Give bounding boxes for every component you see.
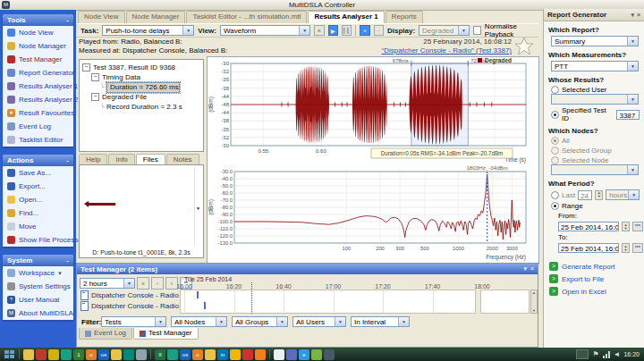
timeline-range-select[interactable]: 2 hours ▼ xyxy=(80,278,135,289)
timeline-row-label[interactable]: Dispatcher Console - Radio xyxy=(80,290,179,300)
zoom-in-button[interactable]: + xyxy=(360,25,369,36)
tray-network-icon[interactable] xyxy=(603,351,610,358)
collapse-box-icon[interactable]: − xyxy=(91,93,99,101)
from-date-input[interactable]: 25 Feb 2014, 16:02:41 xyxy=(558,222,619,231)
collapse-icon[interactable]: - xyxy=(66,255,69,266)
sidebar-item-user-manual[interactable]: ?User Manual xyxy=(3,293,73,306)
task-select[interactable]: Push-to-tone delays ▼ xyxy=(102,25,194,36)
tab-reports[interactable]: Reports xyxy=(386,11,423,23)
taskbar-app-icon[interactable] xyxy=(111,349,122,360)
timeline-area[interactable] xyxy=(180,290,476,314)
calendar-icon[interactable] xyxy=(632,243,643,253)
timeline-scrollbar[interactable]: ▲▼ xyxy=(530,290,538,314)
taskbar-app-icon[interactable] xyxy=(205,349,216,360)
measurements-select[interactable]: PTT ▼ xyxy=(551,61,639,71)
sidebar-section-header[interactable]: Tools- xyxy=(3,14,73,26)
report-type-select[interactable]: Summary ▼ xyxy=(551,36,639,46)
filter-select-all-users[interactable]: All Users▼ xyxy=(292,316,346,327)
taskbar-app-icon[interactable] xyxy=(48,349,59,360)
tree-row[interactable]: └Duration = 726.60 ms xyxy=(80,82,203,92)
pause-button[interactable]: ▌▌ xyxy=(342,25,352,36)
timeline-first-button[interactable]: « xyxy=(137,277,149,290)
tab-tasklist-editor-th-simulation-mtl[interactable]: Tasklist Editor - ...th simulation.mtl xyxy=(186,11,307,23)
taskbar-app-icon[interactable] xyxy=(286,349,297,360)
scroll-down-icon[interactable]: ▼ xyxy=(532,308,536,313)
selected-node-select[interactable]: ▼ xyxy=(551,164,639,175)
tab-results-analyser-1[interactable]: Results Analyser 1 xyxy=(308,11,384,23)
tree-row[interactable]: −Degraded File xyxy=(80,92,203,102)
stop-button[interactable]: ■ xyxy=(314,25,324,36)
calendar-icon[interactable] xyxy=(632,222,643,231)
tree-row[interactable]: └Record Duration = 2.3 s xyxy=(80,102,203,112)
test-run-mark[interactable] xyxy=(197,291,199,298)
timeline-prev-button[interactable]: ‹ xyxy=(151,277,164,290)
sidebar-item-save-as[interactable]: Save As... xyxy=(3,166,73,180)
sidebar-item-show-file-processor[interactable]: Show File Processor xyxy=(3,233,73,247)
action-generate-report[interactable]: >Generate Report xyxy=(549,262,644,271)
spinner-icon[interactable]: ▲▼ xyxy=(595,190,603,200)
file-tab-info[interactable]: Info xyxy=(108,154,134,164)
favourite-star-icon[interactable] xyxy=(513,36,535,57)
file-waveform-thumbnail[interactable] xyxy=(89,203,115,206)
taskbar-app-icon[interactable]: in xyxy=(217,349,228,360)
timeline-row-label[interactable]: Dispatcher Console - Radio xyxy=(80,301,179,311)
taskbar-app-icon[interactable]: 1 xyxy=(73,349,84,360)
tree-row[interactable]: −Timing Data xyxy=(80,72,203,82)
period-last-radio[interactable] xyxy=(551,191,559,199)
pin-icon[interactable]: ▾ xyxy=(523,265,527,273)
test-manager-header[interactable]: Test Manager (2 items) ▾ × xyxy=(77,264,538,274)
period-last-value-input[interactable]: 24 xyxy=(578,190,592,200)
filter-select-tests[interactable]: Tests▼ xyxy=(101,316,166,327)
period-unit-select[interactable]: hours ▼ xyxy=(606,189,640,200)
selected-user-radio[interactable] xyxy=(551,86,559,94)
taskbar-clock[interactable]: 16:20 xyxy=(623,351,640,357)
nodes-group-radio[interactable] xyxy=(551,147,559,155)
taskbar-app-icon[interactable]: o xyxy=(86,349,97,360)
sidebar-item-test-manager[interactable]: Test Manager xyxy=(3,53,73,66)
taskbar-app-icon[interactable] xyxy=(23,349,34,360)
taskbar-app-icon[interactable] xyxy=(61,349,72,360)
taskbar-app-icon[interactable]: X xyxy=(155,349,165,360)
sidebar-item-move[interactable]: Move xyxy=(3,220,73,233)
show-desktop-button[interactable] xyxy=(576,349,589,359)
pin-icon[interactable]: ▾ xyxy=(631,12,634,19)
taskbar-app-icon[interactable] xyxy=(36,349,47,360)
spectrum-chart[interactable]: -30.0-40.0-50.0-60.0-70.0-80.0-90.0-100.… xyxy=(208,164,537,263)
filter-select-in-interval[interactable]: In Interval▼ xyxy=(351,316,410,327)
filter-select-all-groups[interactable]: All Groups▼ xyxy=(232,316,288,327)
timeline-area[interactable] xyxy=(480,290,530,314)
collapse-box-icon[interactable]: − xyxy=(91,73,99,81)
sidebar-section-header[interactable]: System- xyxy=(3,255,73,266)
taskbar-app-icon[interactable] xyxy=(136,349,147,360)
tab-node-view[interactable]: Node View xyxy=(78,11,125,23)
taskbar-app-icon[interactable]: o xyxy=(192,349,203,360)
taskbar-app-icon[interactable] xyxy=(167,349,178,360)
spinner-icon[interactable]: ▲▼ xyxy=(622,222,630,231)
scroll-up-icon[interactable]: ▲ xyxy=(532,290,536,295)
period-range-radio[interactable] xyxy=(551,202,559,210)
sidebar-item-export[interactable]: Export... xyxy=(3,180,73,193)
taskbar-app-icon[interactable] xyxy=(255,349,266,360)
tab-event-log[interactable]: Event Log xyxy=(79,328,132,340)
sidebar-section-header[interactable]: Actions- xyxy=(3,155,73,166)
play-button[interactable]: ▶ xyxy=(328,25,338,36)
specified-test-id-radio[interactable] xyxy=(551,111,559,119)
sidebar-item-results-analyser-2[interactable]: Results Analyser 2 xyxy=(3,93,73,106)
taskbar-app-icon[interactable] xyxy=(324,349,335,360)
sidebar-item-system-settings[interactable]: System Settings xyxy=(3,280,73,293)
nodes-all-radio[interactable] xyxy=(551,137,559,145)
collapse-icon[interactable]: - xyxy=(66,14,69,26)
sidebar-item-open[interactable]: Open... xyxy=(3,193,73,206)
nodes-node-radio[interactable] xyxy=(551,156,559,164)
sidebar-item-event-log[interactable]: Event Log xyxy=(3,120,73,133)
action-export-to-file[interactable]: >Export to File xyxy=(549,274,644,283)
start-button[interactable] xyxy=(3,349,15,360)
collapse-box-icon[interactable]: − xyxy=(82,63,90,71)
test-id-input[interactable]: 3387 xyxy=(616,110,640,120)
taskbar-app-icon[interactable] xyxy=(311,349,322,360)
taskbar-app-icon[interactable] xyxy=(274,349,284,360)
tray-flag-icon[interactable]: ⚑ xyxy=(592,350,598,358)
tray-volume-icon[interactable]: ◄ xyxy=(614,350,621,358)
test-run-mark[interactable] xyxy=(204,302,206,309)
file-dropdown-icon[interactable]: ▼ xyxy=(196,206,200,211)
